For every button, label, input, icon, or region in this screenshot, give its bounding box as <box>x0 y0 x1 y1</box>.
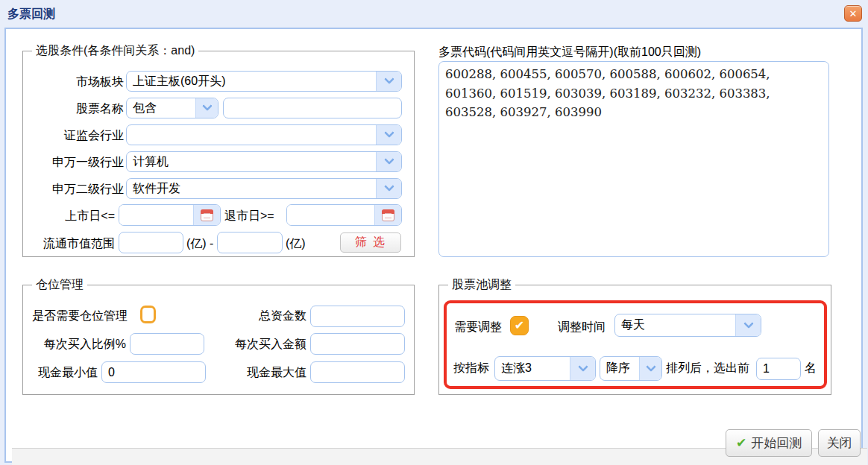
rank-input[interactable] <box>756 358 801 380</box>
calendar-icon[interactable] <box>374 205 401 225</box>
close-button-label: 关闭 <box>827 434 852 452</box>
sw-level1-label: 申万一级行业 <box>31 155 124 171</box>
chevron-down-icon <box>570 357 595 380</box>
sort-order-value: 降序 <box>600 357 639 380</box>
need-position-mgmt-checkbox[interactable]: ✔ <box>140 306 156 323</box>
need-adjust-label: 需要调整 <box>454 320 502 335</box>
pool-adjust-group: 股票池调整 需要调整 ✔ 调整时间 每天 按指标 连涨3 降序 排列后，选出前 … <box>438 285 831 395</box>
stock-name-input[interactable] <box>223 98 402 118</box>
stock-name-operator-select[interactable]: 包含 <box>126 98 218 118</box>
csrc-industry-label: 证监会行业 <box>31 128 124 144</box>
stock-filter-group: 选股条件(各条件间关系：and) 市场板块 上证主板(60开头) 股票名称 包含… <box>22 51 415 257</box>
buy-amount-input[interactable] <box>310 333 405 355</box>
pool-adjust-legend: 股票池调整 <box>448 277 515 293</box>
listing-date-input[interactable] <box>119 205 193 225</box>
codes-label: 多票代码(代码间用英文逗号隔开)(取前100只回测) <box>438 45 701 60</box>
adjust-time-label: 调整时间 <box>558 320 606 335</box>
calendar-icon[interactable] <box>193 205 220 225</box>
sw-level1-value: 计算机 <box>127 152 376 171</box>
chevron-down-icon <box>639 357 661 380</box>
cash-min-label: 现金最小值 <box>32 365 98 381</box>
chevron-down-icon <box>376 179 401 198</box>
cash-max-label: 现金最大值 <box>236 365 306 381</box>
sw-level2-value: 软件开发 <box>127 179 376 198</box>
chevron-down-icon <box>195 98 218 118</box>
start-backtest-button[interactable]: ✔ 开始回测 <box>726 429 812 457</box>
codes-textarea[interactable]: 600288, 600455, 600570, 600588, 600602, … <box>438 61 829 257</box>
calendar-glyph <box>201 209 213 221</box>
sw-level2-label: 申万二级行业 <box>31 182 124 197</box>
market-cap-min-input[interactable] <box>119 232 183 253</box>
chevron-down-icon <box>735 314 761 336</box>
csrc-industry-value <box>127 125 376 145</box>
total-funds-label: 总资金数 <box>254 309 306 324</box>
buy-ratio-label: 每次买入比例% <box>32 337 126 352</box>
need-position-mgmt-label: 是否需要仓位管理 <box>32 309 128 324</box>
stock-filter-legend: 选股条件(各条件间关系：and) <box>32 43 198 59</box>
market-board-label: 市场板块 <box>31 75 124 90</box>
sort-order-select[interactable]: 降序 <box>600 356 662 381</box>
rank-suffix: 名 <box>805 361 817 376</box>
market-board-select[interactable]: 上证主板(60开头) <box>126 71 402 92</box>
csrc-industry-select[interactable] <box>126 124 402 145</box>
stock-name-label: 股票名称 <box>31 101 124 117</box>
delisting-date-label: 退市日>= <box>224 209 274 224</box>
need-adjust-checkbox[interactable]: ✔ <box>510 316 529 335</box>
buy-ratio-input[interactable] <box>130 333 204 355</box>
chevron-down-icon <box>376 152 401 171</box>
filter-button[interactable]: 筛 选 <box>340 232 401 253</box>
indicator-value: 连涨3 <box>495 357 570 380</box>
delisting-date-input[interactable] <box>287 205 374 225</box>
market-cap-label: 流通市值范围 <box>31 236 115 252</box>
market-cap-unit1: (亿) - <box>186 236 213 252</box>
sw-level2-select[interactable]: 软件开发 <box>126 178 402 199</box>
dialog-close-button[interactable]: ✕ <box>844 5 862 22</box>
rank-text: 排列后，选出前 <box>666 361 749 376</box>
position-mgmt-legend: 仓位管理 <box>32 277 87 293</box>
indicator-label: 按指标 <box>453 361 489 376</box>
green-check-icon: ✔ <box>736 437 746 449</box>
indicator-select[interactable]: 连涨3 <box>494 356 596 381</box>
close-icon: ✕ <box>849 9 858 19</box>
listing-date-label: 上市日<= <box>31 209 115 224</box>
adjust-time-select[interactable]: 每天 <box>614 314 761 337</box>
calendar-glyph <box>382 209 394 221</box>
market-cap-unit2: (亿) <box>286 236 306 252</box>
delisting-date-field[interactable] <box>286 204 402 226</box>
market-board-value: 上证主板(60开头) <box>127 72 376 91</box>
market-cap-max-input[interactable] <box>217 232 283 253</box>
cash-max-input[interactable] <box>310 361 405 383</box>
check-icon: ✔ <box>515 320 524 332</box>
position-mgmt-group: 仓位管理 是否需要仓位管理 ✔ 总资金数 每次买入比例% 每次买入金额 现金最小… <box>22 285 415 395</box>
chevron-down-icon <box>376 72 401 91</box>
backtest-dialog: 多票回测 ✕ 选股条件(各条件间关系：and) 市场板块 上证主板(60开头) … <box>0 0 868 465</box>
chevron-down-icon <box>376 125 401 145</box>
close-button[interactable]: 关闭 <box>818 429 861 457</box>
sw-level1-select[interactable]: 计算机 <box>126 151 402 172</box>
stock-name-operator-value: 包含 <box>127 98 195 118</box>
adjust-time-value: 每天 <box>615 314 735 336</box>
filter-button-label: 筛 选 <box>355 235 386 250</box>
total-funds-input[interactable] <box>310 306 405 327</box>
buy-amount-label: 每次买入金额 <box>226 337 306 352</box>
dialog-title: 多票回测 <box>7 7 55 22</box>
cash-min-input[interactable] <box>101 361 206 383</box>
listing-date-field[interactable] <box>119 204 221 226</box>
start-backtest-label: 开始回测 <box>751 434 802 452</box>
